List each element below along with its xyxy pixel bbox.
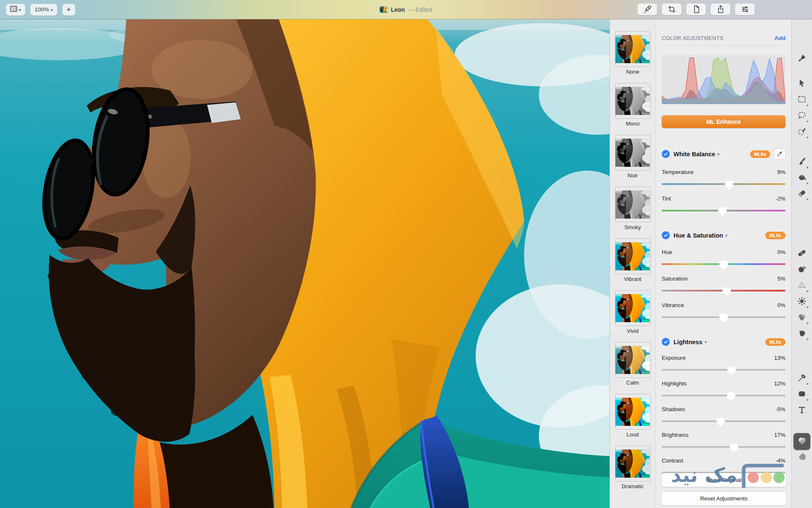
reset-adjustments-button[interactable]: Reset Adjustments [661,492,786,505]
photo-editor-window: ▾ 100% ▾ + Leon — Edited [0,0,812,508]
document-edited-state: — Edited [408,6,432,13]
section-title[interactable]: Hue & Saturation [674,232,723,239]
section-title[interactable]: White Balance [674,151,715,158]
show-original-button[interactable]: Show Original [661,473,786,487]
add-button[interactable]: + [62,4,75,16]
slider-label: Exposure [662,355,686,362]
chevron-down-icon[interactable]: ▾ [725,233,728,238]
ml-enhance-button[interactable]: ML Enhance [662,115,785,128]
calm[interactable]: Calm [610,342,655,386]
noir[interactable]: Noir [610,135,655,179]
crop-button[interactable] [662,3,682,15]
tint-slider[interactable] [662,210,785,211]
text-tool[interactable] [793,403,810,419]
highlights-slider[interactable] [662,395,785,396]
temperature-slider[interactable] [662,183,785,185]
color-adjust-tool[interactable] [793,433,810,450]
eyedropper-icon [777,151,783,157]
slider-thumb[interactable] [730,444,738,452]
preset-thumbnail[interactable] [615,239,650,274]
chevron-down-icon[interactable]: ▾ [704,340,707,345]
exposure-slider[interactable] [662,369,785,371]
chevron-down-icon[interactable]: ▾ [717,152,720,157]
smudge-tool[interactable] [793,326,810,342]
vivid[interactable]: Vivid [610,291,655,334]
hue-saturation-checkbox[interactable] [662,231,670,239]
clone-tool[interactable] [793,262,810,278]
arrange-tool[interactable] [793,51,810,67]
preset-thumbnail[interactable] [615,187,650,222]
slider-value: 0% [777,302,785,309]
add-adjustment-link[interactable]: Add [775,35,785,41]
smoky[interactable]: Smoky [610,187,655,230]
vibrant[interactable]: Vibrant [610,239,655,282]
preset-thumbnail[interactable] [615,135,650,170]
white-balance-eyedropper-button[interactable] [774,149,785,159]
preset-thumbnail[interactable] [615,446,650,481]
section-lightness: Lightness ▾ MLfix Exposure 13% Highlight… [662,338,785,474]
mlfix-badge[interactable]: MLfix [765,232,785,239]
none[interactable]: None [610,32,655,75]
slider-thumb[interactable] [727,392,735,401]
preset-thumbnail[interactable] [615,291,650,326]
heal-tool[interactable] [793,246,810,262]
slider-thumb[interactable] [725,181,733,190]
shadows-slider[interactable] [662,420,785,422]
paint-brush-icon [797,156,807,166]
zoom-level-button[interactable]: 100% ▾ [30,4,57,16]
move-tool[interactable] [793,76,810,92]
preset-label: Loud [610,431,655,438]
slider-label: Saturation [662,275,688,283]
mlfix-badge[interactable]: MLfix [765,338,785,346]
document-thumbnail-icon [380,6,388,13]
preset-thumbnail[interactable] [615,83,650,118]
preset-thumbnail[interactable] [615,32,650,67]
adjustments-button[interactable] [735,3,755,15]
tools-sidebar [791,19,812,508]
vibrance-slider[interactable] [662,316,785,318]
heal-bandaid-icon [797,248,807,258]
preset-thumbnail[interactable] [615,394,650,429]
sidebar-toggle-button[interactable]: ▾ [6,4,25,16]
brightness-slider[interactable] [662,446,785,448]
eraser-tool[interactable] [793,186,810,202]
shape-tool[interactable] [793,387,810,403]
pen-tool[interactable] [793,371,810,387]
rect-select-tool[interactable] [793,92,810,108]
preset-label: None [610,69,655,75]
slider-value: 0% [777,249,785,256]
lasso-tool[interactable] [793,108,810,124]
histogram [662,55,785,104]
lightness-checkbox[interactable] [662,338,670,346]
brush-tool[interactable] [793,154,810,170]
dramatic[interactable]: Dramatic [610,446,655,489]
dodge-tool[interactable] [793,294,810,310]
hue-slider[interactable] [662,263,785,265]
slider-thumb[interactable] [718,207,727,216]
loud[interactable]: Loud [610,394,655,438]
divider [662,45,785,46]
desaturate-tool[interactable] [793,310,810,326]
effects-tool[interactable] [793,450,810,466]
markup-button[interactable] [637,3,657,15]
quick-select-tool[interactable] [793,124,810,140]
white-balance-checkbox[interactable] [662,150,670,158]
slider-thumb[interactable] [727,366,736,375]
slider-thumb[interactable] [716,418,725,427]
slider-thumb[interactable] [722,287,731,296]
slider-thumb[interactable] [719,314,728,323]
slider-thumb[interactable] [719,261,728,270]
slider-value: 9% [777,169,785,176]
share-button[interactable] [711,3,730,15]
mono[interactable]: Mono [610,83,655,127]
pen-tool-icon [797,373,807,383]
noise-tool[interactable] [793,278,810,294]
saturation-slider[interactable] [662,290,785,291]
preset-thumbnail[interactable] [615,342,650,377]
fill-tool[interactable] [793,170,810,186]
clone-stamp-icon [797,264,807,274]
section-title[interactable]: Lightness [674,339,702,345]
image-canvas[interactable] [0,19,610,508]
new-page-button[interactable] [686,3,706,15]
mlfix-badge[interactable]: MLfix [750,150,770,158]
